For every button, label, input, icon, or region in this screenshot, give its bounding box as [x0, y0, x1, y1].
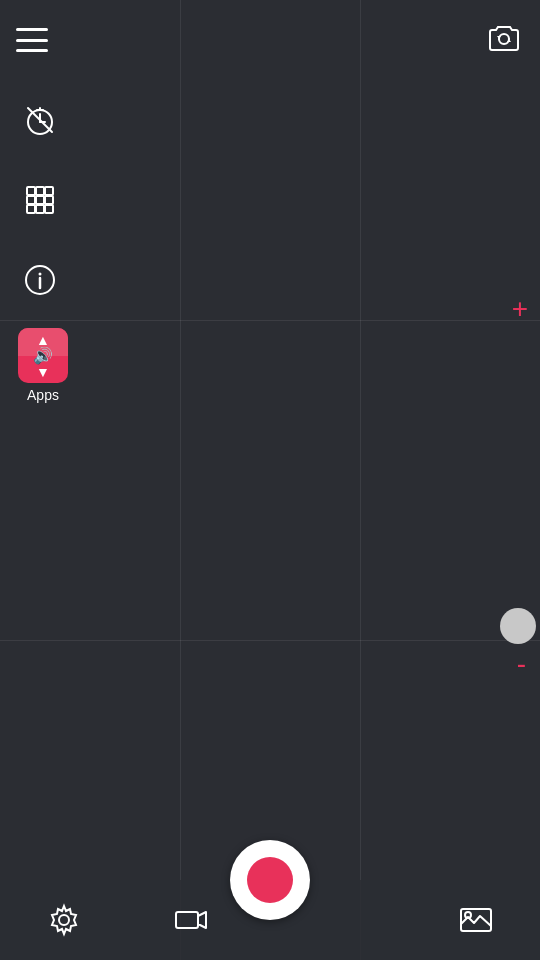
video-button[interactable]: [166, 895, 216, 945]
grid-line-h2: [0, 640, 540, 641]
svg-rect-12: [36, 196, 44, 204]
svg-marker-0: [497, 36, 501, 39]
record-button[interactable]: [230, 840, 310, 920]
grid-line-h1: [0, 320, 540, 321]
svg-point-24: [465, 912, 471, 918]
apps-item[interactable]: ▲ 🔊 ▼ Apps: [8, 328, 78, 403]
menu-button[interactable]: [16, 28, 48, 52]
svg-rect-15: [36, 205, 44, 213]
grid-line-v2: [360, 0, 361, 960]
grid-button[interactable]: [0, 160, 80, 240]
timer-off-button[interactable]: [0, 80, 80, 160]
svg-point-18: [39, 273, 42, 276]
svg-rect-9: [36, 187, 44, 195]
apps-icon: ▲ 🔊 ▼: [18, 328, 68, 383]
svg-rect-13: [45, 196, 53, 204]
settings-button[interactable]: [39, 895, 89, 945]
gallery-button[interactable]: [451, 895, 501, 945]
svg-rect-8: [27, 187, 35, 195]
svg-rect-21: [176, 912, 198, 928]
grid-overlay: [0, 0, 540, 960]
apps-label: Apps: [27, 387, 59, 403]
svg-rect-10: [45, 187, 53, 195]
svg-line-7: [28, 108, 52, 132]
svg-rect-16: [45, 205, 53, 213]
record-button-inner: [247, 857, 293, 903]
svg-marker-22: [198, 912, 206, 928]
top-toolbar: [0, 0, 540, 80]
svg-point-20: [59, 915, 69, 925]
info-button[interactable]: [0, 240, 80, 320]
svg-marker-1: [507, 39, 511, 42]
camera-flip-button[interactable]: [484, 20, 524, 60]
minus-button[interactable]: -: [517, 650, 526, 678]
left-icons: [0, 80, 80, 320]
grid-line-v1: [180, 0, 181, 960]
plus-button[interactable]: +: [512, 295, 528, 323]
slider-knob[interactable]: [500, 608, 536, 644]
svg-rect-14: [27, 205, 35, 213]
svg-rect-11: [27, 196, 35, 204]
